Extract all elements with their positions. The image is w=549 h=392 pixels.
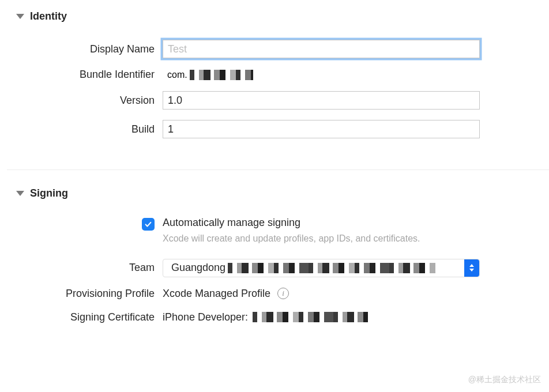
auto-manage-signing-description: Xcode will create and update profiles, a… bbox=[163, 232, 480, 245]
provisioning-profile-value: Xcode Managed Profile bbox=[163, 288, 270, 300]
bundle-identifier-input[interactable]: com. bbox=[163, 70, 480, 80]
chevron-up-down-icon bbox=[464, 259, 479, 277]
team-selected-prefix: Guangdong bbox=[171, 262, 225, 274]
identity-header: Identity bbox=[0, 10, 549, 22]
display-name-label: Display Name bbox=[0, 43, 163, 55]
auto-manage-signing-label: Automatically manage signing bbox=[163, 217, 480, 229]
signing-certificate-prefix: iPhone Developer: bbox=[163, 311, 248, 323]
identity-title: Identity bbox=[30, 10, 67, 22]
display-name-input[interactable] bbox=[163, 40, 480, 58]
redacted-text bbox=[253, 312, 368, 322]
section-divider bbox=[7, 169, 549, 170]
bundle-identifier-prefix: com. bbox=[167, 70, 187, 80]
auto-manage-signing-checkbox[interactable] bbox=[142, 218, 155, 231]
team-label: Team bbox=[0, 262, 163, 274]
identity-section: Identity Display Name Bundle Identifier … bbox=[0, 10, 549, 163]
version-input[interactable] bbox=[163, 91, 480, 110]
disclosure-triangle-icon[interactable] bbox=[16, 191, 24, 196]
signing-title: Signing bbox=[30, 187, 68, 199]
team-select[interactable]: Guangdong bbox=[163, 259, 480, 277]
info-icon[interactable]: i bbox=[277, 288, 289, 299]
disclosure-triangle-icon[interactable] bbox=[16, 14, 24, 19]
build-input[interactable] bbox=[163, 120, 480, 138]
provisioning-profile-label: Provisioning Profile bbox=[0, 288, 163, 300]
build-label: Build bbox=[0, 123, 163, 135]
version-label: Version bbox=[0, 95, 163, 107]
redacted-text bbox=[228, 263, 435, 273]
bundle-identifier-label: Bundle Identifier bbox=[0, 69, 163, 81]
watermark: @稀土掘金技术社区 bbox=[468, 375, 541, 385]
redacted-text bbox=[190, 70, 253, 80]
signing-certificate-label: Signing Certificate bbox=[0, 311, 163, 323]
signing-section: Signing Automatically manage signing Xco… bbox=[0, 187, 549, 349]
checkmark-icon bbox=[144, 220, 152, 228]
signing-header: Signing bbox=[0, 187, 549, 199]
